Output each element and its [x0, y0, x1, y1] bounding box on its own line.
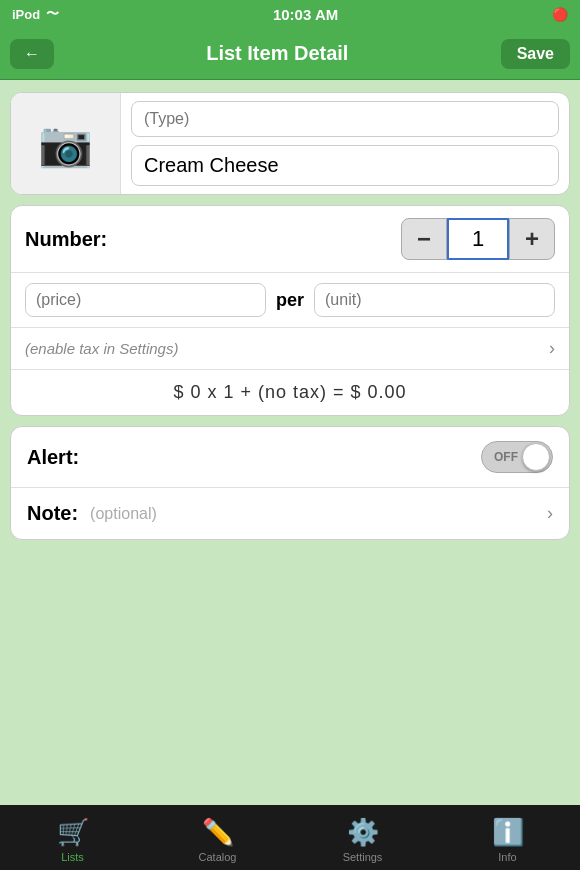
increment-button[interactable]: + [509, 218, 555, 260]
number-row: Number: − + [11, 206, 569, 273]
battery-icon: 🔴 [552, 7, 568, 22]
per-label: per [276, 290, 304, 311]
main-content: 📷 Number: − + per (enable tax in Setting… [0, 80, 580, 805]
type-input[interactable] [131, 101, 559, 137]
decrement-button[interactable]: − [401, 218, 447, 260]
number-card: Number: − + per (enable tax in Settings)… [10, 205, 570, 416]
status-right: 🔴 [552, 7, 568, 22]
tab-info-label: Info [498, 851, 516, 863]
photo-area[interactable]: 📷 [11, 93, 121, 194]
tab-info[interactable]: ℹ️ Info [435, 805, 580, 870]
tax-settings-row[interactable]: (enable tax in Settings) › [11, 328, 569, 370]
alert-note-card: Alert: OFF Note: (optional) › [10, 426, 570, 540]
alert-row: Alert: OFF [11, 427, 569, 488]
camera-icon: 📷 [38, 118, 93, 170]
status-left: iPod 〜 [12, 5, 59, 23]
quantity-stepper: − + [401, 218, 555, 260]
info-icon: ℹ️ [492, 817, 524, 848]
number-label: Number: [25, 228, 389, 251]
note-label: Note: [27, 502, 78, 525]
item-detail-card: 📷 [10, 92, 570, 195]
lists-icon: 🛒 [57, 817, 89, 848]
type-name-area [121, 93, 569, 194]
tab-bar: 🛒 Lists ✏️ Catalog ⚙️ Settings ℹ️ Info [0, 805, 580, 870]
device-label: iPod [12, 7, 40, 22]
wifi-icon: 〜 [46, 5, 59, 23]
unit-input[interactable] [314, 283, 555, 317]
formula-row: $ 0 x 1 + (no tax) = $ 0.00 [11, 370, 569, 415]
toggle-off-label: OFF [494, 450, 518, 464]
tab-lists-label: Lists [61, 851, 84, 863]
toggle-knob [522, 443, 550, 471]
note-row[interactable]: Note: (optional) › [11, 488, 569, 539]
tax-hint: (enable tax in Settings) [25, 340, 549, 357]
status-time: 10:03 AM [273, 6, 338, 23]
save-button[interactable]: Save [501, 39, 570, 69]
tab-settings-label: Settings [343, 851, 383, 863]
price-input[interactable] [25, 283, 266, 317]
alert-toggle-container: OFF [481, 441, 553, 473]
name-input[interactable] [131, 145, 559, 186]
back-button[interactable]: ← [10, 39, 54, 69]
catalog-icon: ✏️ [202, 817, 234, 848]
nav-bar: ← List Item Detail Save [0, 28, 580, 80]
tab-settings[interactable]: ⚙️ Settings [290, 805, 435, 870]
page-title: List Item Detail [54, 42, 501, 65]
chevron-right-icon-note: › [547, 503, 553, 524]
chevron-right-icon: › [549, 338, 555, 359]
tab-catalog-label: Catalog [199, 851, 237, 863]
settings-icon: ⚙️ [347, 817, 379, 848]
price-unit-row: per [11, 273, 569, 328]
alert-toggle[interactable]: OFF [481, 441, 553, 473]
tab-lists[interactable]: 🛒 Lists [0, 805, 145, 870]
alert-label: Alert: [27, 446, 481, 469]
quantity-input[interactable] [447, 218, 509, 260]
status-bar: iPod 〜 10:03 AM 🔴 [0, 0, 580, 28]
formula-text: $ 0 x 1 + (no tax) = $ 0.00 [173, 382, 406, 402]
tab-catalog[interactable]: ✏️ Catalog [145, 805, 290, 870]
note-hint: (optional) [90, 505, 547, 523]
